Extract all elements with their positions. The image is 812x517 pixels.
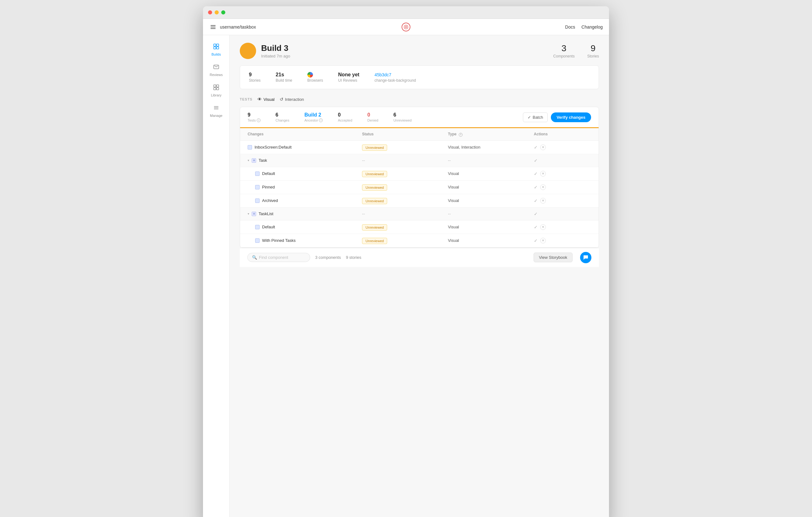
svg-rect-2 bbox=[216, 44, 219, 46]
unreviewed-value: 6 bbox=[394, 112, 412, 118]
unreviewed-label: Unreviewed bbox=[394, 118, 412, 122]
accept-icon[interactable]: ✓ bbox=[534, 238, 538, 243]
svg-rect-1 bbox=[214, 44, 216, 46]
tab-interaction[interactable]: ↺ Interaction bbox=[280, 97, 304, 102]
unreviewed-badge: Unreviewed bbox=[362, 224, 387, 231]
collapse-icon[interactable]: ▾ bbox=[248, 159, 249, 162]
svg-rect-8 bbox=[214, 88, 216, 90]
deny-icon[interactable]: ✕ bbox=[540, 238, 546, 243]
manage-label: Manage bbox=[210, 114, 223, 118]
table-header: Changes Status Type ? Actions bbox=[240, 128, 599, 141]
type-tasklist: -- bbox=[448, 211, 534, 216]
tab-visual[interactable]: 👁 Visual bbox=[257, 97, 274, 102]
changelog-link[interactable]: Changelog bbox=[581, 25, 603, 30]
svg-rect-9 bbox=[216, 88, 219, 90]
accept-icon[interactable]: ✓ bbox=[534, 171, 538, 176]
actions-task-archived: ✓ ✕ bbox=[534, 198, 591, 204]
docs-link[interactable]: Docs bbox=[565, 25, 575, 30]
type-info-icon: ? bbox=[459, 133, 463, 136]
accept-icon[interactable]: ✓ bbox=[534, 185, 538, 190]
table-row: ▾ ⊞ Task -- -- ✓ bbox=[240, 154, 599, 167]
table-row: Default Unreviewed Visual ✓ ✕ bbox=[240, 167, 599, 181]
stories-label: Stories bbox=[587, 54, 599, 58]
sidebar-item-manage[interactable]: Manage bbox=[203, 101, 229, 121]
verify-button[interactable]: Verify changes bbox=[551, 113, 591, 122]
deny-icon[interactable]: ✕ bbox=[540, 145, 546, 150]
deny-icon[interactable]: ✕ bbox=[540, 184, 546, 190]
changes-value: 6 bbox=[276, 112, 289, 118]
accept-icon[interactable]: ✓ bbox=[534, 224, 538, 230]
type-task: -- bbox=[448, 158, 534, 163]
change-name-task-pinned: Pinned bbox=[248, 185, 362, 189]
maximize-button[interactable] bbox=[221, 10, 225, 14]
manage-icon bbox=[213, 104, 219, 113]
build-time-label: Build time bbox=[276, 78, 292, 83]
sidebar-item-builds[interactable]: Builds bbox=[203, 40, 229, 59]
changes-label: Changes bbox=[276, 118, 289, 122]
tests-summary: 9 Tests ? 6 Changes Bu bbox=[240, 107, 599, 128]
check-icon: ✓ bbox=[528, 115, 531, 120]
top-nav: username/taskbox Docs Changelog bbox=[203, 19, 609, 35]
tests-label: Tests ? bbox=[248, 118, 261, 122]
components-label: Components bbox=[553, 54, 575, 58]
stories-count: 9 bbox=[587, 43, 599, 53]
chat-button[interactable] bbox=[580, 252, 591, 263]
tests-header: TESTS 👁 Visual ↺ Interaction bbox=[240, 97, 599, 102]
type-task-archived: Visual bbox=[448, 198, 534, 203]
find-input-container[interactable]: 🔍 Find component bbox=[247, 253, 310, 262]
change-name-task-default: Default bbox=[248, 171, 362, 176]
unreviewed-badge: Unreviewed bbox=[362, 238, 387, 244]
header-status: Status bbox=[362, 132, 448, 136]
change-name-task-archived: Archived bbox=[248, 198, 362, 203]
accept-group-icon[interactable]: ✓ bbox=[534, 158, 538, 163]
content-area: Build 3 Initiated 7m ago 3 Components 9 … bbox=[230, 35, 609, 517]
deny-icon[interactable]: ✕ bbox=[540, 171, 546, 177]
svg-rect-4 bbox=[216, 47, 219, 49]
type-inbox: Visual, Interaction bbox=[448, 145, 534, 150]
ancestor-value[interactable]: Build 2 bbox=[304, 112, 323, 118]
deny-icon[interactable]: ✕ bbox=[540, 224, 546, 230]
deny-icon[interactable]: ✕ bbox=[540, 198, 546, 204]
summary-ancestor: Build 2 Ancestor ? bbox=[304, 112, 323, 122]
change-name-inbox: InboxScreen:Default bbox=[248, 145, 362, 150]
header-type: Type ? bbox=[448, 132, 534, 136]
build-time-value: 21s bbox=[276, 72, 292, 78]
batch-button[interactable]: ✓ Batch bbox=[523, 113, 548, 122]
tests-info-icon: ? bbox=[257, 118, 261, 122]
tests-title: TESTS bbox=[240, 97, 252, 101]
header-actions: Actions bbox=[534, 132, 591, 136]
status-task: -- bbox=[362, 158, 448, 163]
status-task-archived: Unreviewed bbox=[362, 198, 448, 204]
table-row: Pinned Unreviewed Visual ✓ ✕ bbox=[240, 181, 599, 194]
builds-icon bbox=[213, 43, 219, 51]
unreviewed-badge: Unreviewed bbox=[362, 184, 387, 191]
view-storybook-button[interactable]: View Storybook bbox=[533, 252, 573, 262]
unreviewed-badge: Unreviewed bbox=[362, 145, 387, 151]
tests-value: 9 bbox=[248, 112, 261, 118]
change-name-tasklist-default: Default bbox=[248, 224, 362, 229]
minimize-button[interactable] bbox=[214, 10, 219, 14]
main-layout: Builds Reviews bbox=[203, 35, 609, 517]
accept-icon[interactable]: ✓ bbox=[534, 145, 538, 150]
accept-group-icon[interactable]: ✓ bbox=[534, 211, 538, 216]
component-icon bbox=[255, 225, 260, 229]
status-task-default: Unreviewed bbox=[362, 171, 448, 177]
accept-icon[interactable]: ✓ bbox=[534, 198, 538, 203]
commit-link[interactable]: 45b3dc7 bbox=[375, 72, 392, 77]
build-stories-stat: 9 Stories bbox=[587, 43, 599, 58]
close-button[interactable] bbox=[208, 10, 212, 14]
collapse-icon[interactable]: ▾ bbox=[248, 212, 249, 215]
changes-table: Changes Status Type ? Actions bbox=[240, 128, 599, 247]
app-container: username/taskbox Docs Changelog bbox=[203, 19, 609, 517]
component-icon bbox=[255, 172, 260, 176]
group-icon: ⊞ bbox=[252, 158, 256, 163]
table-row: InboxScreen:Default Unreviewed Visual, I… bbox=[240, 141, 599, 154]
build-components-stat: 3 Components bbox=[553, 43, 575, 58]
tests-card: 9 Tests ? 6 Changes Bu bbox=[240, 107, 599, 248]
menu-button[interactable] bbox=[209, 24, 217, 30]
denied-value: 0 bbox=[367, 112, 378, 118]
sidebar-item-library[interactable]: Library bbox=[203, 81, 229, 100]
sidebar-item-reviews[interactable]: Reviews bbox=[203, 61, 229, 80]
build-stats: 3 Components 9 Stories bbox=[553, 43, 599, 58]
component-icon bbox=[248, 145, 252, 150]
